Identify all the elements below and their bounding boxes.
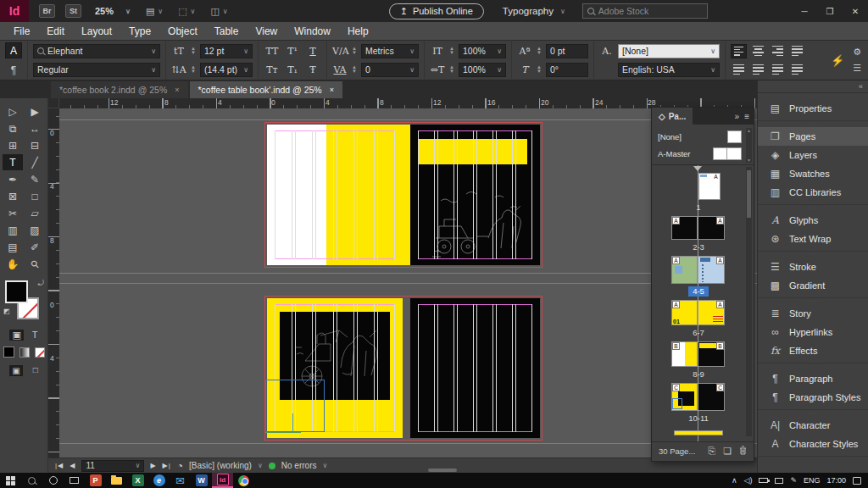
dock-item-cc-libraries[interactable]: ▥CC Libraries — [758, 183, 868, 202]
quick-apply-icon[interactable]: ⚡ — [831, 54, 844, 67]
font-family-dropdown[interactable]: Elephant∨ — [33, 44, 160, 58]
page-label-6-7[interactable]: 6-7 — [652, 328, 745, 337]
menu-edit[interactable]: Edit — [38, 25, 73, 37]
kerning-stepper[interactable]: ▲▼ — [351, 47, 358, 55]
menu-object[interactable]: Object — [159, 25, 206, 37]
dock-item-story[interactable]: ≣Story — [758, 304, 868, 323]
menu-view[interactable]: View — [247, 25, 286, 37]
page-left[interactable] — [267, 298, 403, 438]
tracking-stepper[interactable]: ▲▼ — [351, 65, 358, 74]
restore-button[interactable]: ❐ — [817, 0, 843, 22]
page-label-8-9[interactable]: 8-9 — [652, 369, 745, 379]
taskbar-powerpoint[interactable]: P — [85, 473, 106, 488]
taskbar-excel[interactable]: X — [127, 473, 148, 488]
gap-tool[interactable]: ↔ — [25, 120, 45, 136]
vertical-scale-stepper[interactable]: ▲▼ — [448, 47, 455, 55]
taskbar-search-button[interactable] — [21, 473, 42, 488]
preflight-status[interactable]: No errors — [281, 461, 317, 470]
apply-gradient-button[interactable] — [19, 347, 30, 358]
formatting-affects-container-button[interactable]: ▣ — [9, 330, 23, 341]
dock-item-glyphs[interactable]: AGlyphs — [758, 211, 868, 230]
baseline-shift-field[interactable]: 0 pt — [546, 44, 588, 58]
taskbar-indesign-active[interactable]: Id — [212, 473, 233, 488]
leading-stepper[interactable]: ▲▼ — [190, 65, 197, 74]
action-center-icon[interactable] — [853, 477, 861, 485]
next-page-button[interactable]: ▶ — [150, 462, 156, 469]
dock-item-gradient[interactable]: ▩Gradient — [758, 276, 868, 295]
selected-frame-outline[interactable] — [265, 380, 325, 432]
note-tool[interactable]: ▤ — [3, 239, 23, 255]
previous-page-button[interactable]: ◀ — [70, 462, 75, 469]
baseline-shift-stepper[interactable]: ▲▼ — [536, 47, 542, 55]
panel-menu-icon[interactable]: ≡ — [744, 112, 749, 121]
language-indicator[interactable]: ENG — [804, 476, 821, 485]
preflight-menu-icon[interactable]: ◔ — [177, 460, 183, 472]
dock-item-hyperlinks[interactable]: ∞Hyperlinks — [758, 323, 868, 341]
battery-icon[interactable] — [759, 478, 768, 483]
taskbar-file-explorer[interactable] — [106, 473, 127, 488]
menu-layout[interactable]: Layout — [73, 25, 120, 37]
align-center-button[interactable] — [750, 44, 766, 58]
character-style-dropdown[interactable]: [None]∨ — [618, 44, 720, 58]
screen-mode-dropdown[interactable]: ⬚∨ — [178, 6, 195, 17]
clock[interactable]: 17:00 — [826, 476, 846, 485]
default-fill-stroke-icon[interactable]: ◩ — [3, 308, 10, 315]
character-formatting-toggle[interactable]: A — [5, 42, 22, 58]
horizontal-scale-stepper[interactable]: ▲▼ — [448, 65, 455, 74]
kerning-field[interactable]: Metrics∨ — [361, 44, 419, 58]
bridge-button[interactable]: Br — [39, 4, 55, 18]
task-view-button[interactable] — [64, 473, 85, 488]
align-right-button[interactable] — [770, 44, 786, 58]
pages-scrollbar[interactable] — [746, 167, 752, 436]
page-thumbnail-4[interactable]: A — [671, 256, 698, 284]
workspace-switcher[interactable]: Typography ∨ — [503, 6, 565, 16]
paragraph-formatting-toggle[interactable]: ¶ — [5, 62, 22, 78]
stock-search-input[interactable] — [598, 6, 692, 16]
page-thumbnail-7[interactable]: A — [698, 300, 725, 325]
next-spread-sliver[interactable] — [674, 430, 723, 435]
page-label-2-3[interactable]: 2-3 — [652, 242, 745, 252]
menu-table[interactable]: Table — [206, 25, 248, 37]
direct-selection-tool[interactable]: ▶ — [25, 103, 45, 119]
close-button[interactable]: ✕ — [843, 0, 868, 22]
page-left[interactable] — [267, 125, 403, 265]
tab-coffee-book-2[interactable]: *coffee book 2.indd @ 25% × — [51, 81, 188, 98]
display-icon[interactable] — [775, 478, 783, 484]
page-right[interactable] — [410, 125, 540, 265]
page-right[interactable] — [410, 298, 540, 438]
master-thumbnail[interactable] — [727, 147, 742, 160]
pencil-tool[interactable]: ✎ — [25, 171, 45, 187]
eyedropper-tool[interactable]: ✐ — [25, 239, 45, 255]
dock-item-pages[interactable]: ❐Pages — [758, 127, 868, 146]
justify-right-button[interactable] — [750, 63, 766, 77]
selection-tool[interactable]: ▷ — [3, 103, 23, 119]
pen-settings-icon[interactable]: ✎ — [790, 476, 797, 485]
view-options-dropdown[interactable]: ▤∨ — [146, 6, 163, 17]
dock-item-paragraph[interactable]: ¶Paragraph — [758, 369, 868, 388]
page-tool[interactable]: ⧉ — [3, 120, 23, 136]
small-caps-button[interactable]: Tᴛ — [264, 63, 281, 77]
page-thumbnail-3[interactable]: A — [698, 216, 725, 240]
leading-field[interactable]: (14.4 pt)∨ — [200, 63, 253, 77]
tracking-field[interactable]: 0∨ — [361, 63, 419, 77]
align-left-button[interactable] — [731, 44, 747, 58]
skew-field[interactable]: 0° — [546, 63, 588, 77]
font-style-dropdown[interactable]: Regular∨ — [33, 63, 160, 77]
first-page-button[interactable]: |◀ — [55, 462, 64, 469]
dock-item-stroke[interactable]: ☰Stroke — [758, 258, 868, 276]
normal-view-button[interactable]: ▣ — [9, 365, 22, 376]
page-thumbnail-6[interactable]: A 01 — [671, 300, 698, 325]
free-transform-tool[interactable]: ▱ — [25, 205, 45, 221]
taskbar-edge[interactable]: e — [148, 473, 170, 488]
language-dropdown[interactable]: English: USA∨ — [618, 63, 720, 77]
delete-page-icon[interactable] — [739, 446, 747, 457]
dock-item-character-styles[interactable]: ACharacter Styles — [758, 435, 868, 453]
page-thumbnail-10[interactable]: C — [671, 383, 698, 411]
close-tab-icon[interactable]: × — [330, 86, 334, 94]
horizontal-scale-field[interactable]: 100%∨ — [459, 63, 506, 77]
horizontal-scrollbar-thumb[interactable] — [428, 469, 457, 472]
close-tab-icon[interactable]: × — [175, 86, 179, 94]
justify-all-button[interactable] — [770, 63, 786, 77]
formatting-affects-text-button[interactable]: T — [32, 330, 38, 341]
menu-help[interactable]: Help — [339, 25, 377, 37]
